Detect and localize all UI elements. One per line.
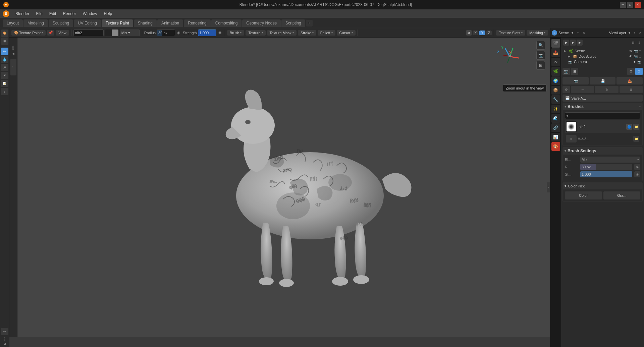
menu-file[interactable]: File [33,11,45,17]
viewlayer-add-icon[interactable]: + [632,31,637,35]
eye-icon[interactable]: 👁 [629,49,633,53]
bs-strength-icon[interactable]: ◉ [634,171,640,177]
brush-name-input[interactable] [73,30,104,36]
axis-gizmo[interactable]: X Y Z [496,43,523,69]
panel-filter-icon[interactable]: 2 [637,40,642,45]
outliner-icon-3[interactable]: ▶ [577,40,583,46]
collapse-icon[interactable]: ◀ [3,342,6,346]
strength-lock-icon[interactable]: ◉ [217,30,223,36]
blend-mode-selector[interactable]: Mix ▾ [120,30,140,36]
tab-texture-paint[interactable]: Texture Paint [102,19,133,27]
color-btn-1[interactable]: Color [565,191,602,199]
draw-tool[interactable]: ✏ [1,48,8,55]
add-workspace-button[interactable]: + [306,20,313,26]
strength-input[interactable]: 1.000 [198,30,216,36]
eye-icon-2[interactable]: 👁 [629,55,633,58]
tab-scripting[interactable]: Scripting [281,19,305,27]
eye-icon-3[interactable]: 👁 [633,60,636,64]
bs-radius-value[interactable]: 30 px [580,164,632,170]
brush-item-2[interactable]: ≈ //–\–\... 📁 [565,134,640,143]
menu-render[interactable]: Render [60,11,78,17]
viewlayer-remove-icon[interactable]: ✕ [638,31,643,35]
masking-menu[interactable]: Masking ▾ [527,30,548,36]
zoom-magnifier[interactable]: 🔍 [536,41,545,50]
mode-switcher[interactable]: 🎨 [1,30,8,37]
brush-icon-1[interactable]: 🔵 [626,124,632,130]
symmetry-icon[interactable]: ⇌ [466,30,472,36]
tab-shading[interactable]: Shading [134,19,157,27]
z-symmetry[interactable]: Z [486,31,492,35]
export-action-btn[interactable]: 📤 [616,77,643,84]
outliner-item-2[interactable]: ▶ 📦 DogSculpt 👁 📷 ⊙ [562,54,643,59]
view-menu[interactable]: View [56,30,69,36]
brush-icon-2[interactable]: 📁 [633,124,639,130]
tab-compositing[interactable]: Compositing [211,19,242,27]
prop-tab-output[interactable]: 📤 [551,48,560,57]
mode-selector[interactable]: 🎨 Texture Paint ▾ [11,30,46,36]
toggle-icon[interactable]: ◀ [12,52,14,55]
x-symmetry[interactable]: X [473,31,478,35]
prop-tab-object[interactable]: 📦 [551,86,560,95]
viewlayer-dropdown-icon[interactable]: ▾ [627,31,631,35]
tab-layout[interactable]: Layout [3,19,23,27]
prop-tab-render[interactable]: 🎬 [551,39,560,48]
y-symmetry[interactable]: Y [479,31,485,35]
brushes-header[interactable]: ▾ Brushes ≡ [562,103,643,110]
brush-folder-btn[interactable]: 📁 [633,136,639,142]
brush-menu[interactable]: Brush ▾ [227,30,245,36]
refresh-btn[interactable]: ↻ [595,86,618,93]
viewport-canvas[interactable]: ℌ𝔲ᾱ ⵉⵢⵔ ᚠᚢᚦ ᛖᛗᛚ ᾥᾦᾤ ᚨᚩᚪ ᛦᛧᛨ ᾗᾘᾙ ⵥⵦⵧ ᾤᾥᾦ … [9,38,550,337]
dots-btn[interactable]: ··· [571,86,594,93]
scene-dropdown-icon[interactable]: ▾ [570,31,574,35]
extra-btn[interactable]: ⊠ [620,86,643,93]
smear-tool[interactable]: ↗ [1,64,8,71]
tab-animation[interactable]: Animation [157,19,183,27]
tab-geometry-nodes[interactable]: Geometry Nodes [242,19,281,27]
prop-tab-physics[interactable]: 🌊 [551,114,560,123]
outliner-icon-1[interactable]: ▶ [563,40,569,46]
tab-uv-editing[interactable]: UV Editing [74,19,101,27]
outliner-icon-2[interactable]: ▶ [570,40,576,46]
render-action-btn[interactable]: 📷 [562,77,589,84]
menu-blender[interactable]: Blender [13,11,32,17]
clone-tool[interactable]: ↙ [1,88,8,95]
camera-view-button[interactable]: 📷 [536,51,545,60]
close-button[interactable]: ✕ [635,2,641,8]
holdout-icon-2[interactable]: ⊙ [639,55,641,58]
outliner-item-scene[interactable]: ▶ 🌿 Scene 👁 📷 ⊙ [562,48,643,54]
radius-lock-icon[interactable]: ◉ [176,30,181,36]
box-select-tool[interactable]: ☀ [1,72,8,79]
color-pick-header[interactable]: ▾ Color Pick [562,182,643,189]
prop-tab-constraints[interactable]: 🔗 [551,123,560,132]
cursor-menu[interactable]: Cursor ▾ [337,30,356,36]
n-panel-toggle[interactable]: ‹ [547,182,550,192]
brush-dropdown[interactable]: ▾ [565,112,640,119]
ortho-btn[interactable]: ⊞ [571,68,578,75]
bs-blend-value[interactable]: Mix ▾ [580,157,640,163]
brushes-menu-icon[interactable]: ≡ [639,105,641,108]
annotate-tool[interactable]: 📝 [1,80,8,87]
tab-sculpting[interactable]: Sculpting [49,19,73,27]
minimize-button[interactable]: ─ [620,2,626,8]
bs-radius-icon[interactable]: ◉ [634,164,640,170]
camera-persp-btn[interactable]: 📷 [562,68,570,75]
render-icon-2[interactable]: 📷 [634,55,638,58]
background-color[interactable] [112,30,118,36]
menu-window[interactable]: Window [80,11,100,17]
view-extra-1[interactable]: ⊡ [627,68,635,75]
holdout-icon[interactable]: ⊙ [639,49,641,53]
prop-tab-material[interactable]: 🎨 [551,142,560,151]
bs-strength-value[interactable]: 1.000 [580,171,632,177]
render-icon[interactable]: 📷 [634,49,638,53]
context-switcher[interactable]: ⊞ [1,38,8,45]
outliner-item-3[interactable]: 📷 Camera 👁 📷 [562,59,643,64]
fill-tool[interactable]: 💧 [1,56,8,63]
pin-button[interactable]: 📌 [47,30,54,36]
menu-help[interactable]: Help [101,11,115,17]
tab-modeling[interactable]: Modeling [23,19,48,27]
radius-input[interactable]: 30 px [157,30,175,36]
prop-tab-data[interactable]: 📊 [551,133,560,141]
scene-remove-icon[interactable]: ✕ [582,31,586,35]
prop-tab-modifier[interactable]: 🔧 [551,95,560,104]
brush-settings-header[interactable]: ▾ Brush Settings [562,147,643,155]
